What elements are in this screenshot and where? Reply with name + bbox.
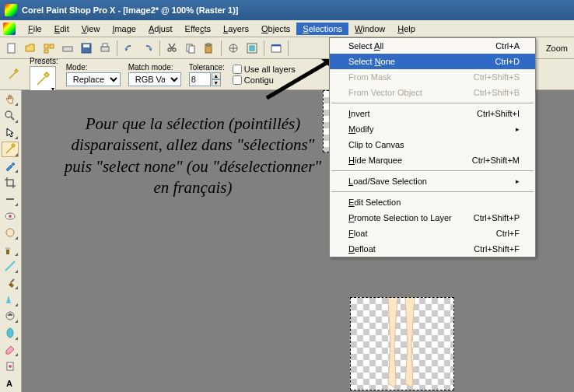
svg-point-22	[9, 215, 12, 218]
menu-item-load-save-selection[interactable]: Load/Save Selection▸	[330, 173, 535, 189]
menu-item-select-none[interactable]: Select NoneCtrl+D	[330, 54, 535, 69]
menu-item-modify[interactable]: Modify▸	[330, 121, 535, 137]
menubar: FileEditViewImageAdjustEffectsLayersObje…	[0, 20, 574, 37]
crop-tool[interactable]	[2, 175, 19, 190]
toolbar-separator	[117, 40, 117, 56]
tolerance-group: Tolerance: ▲ ▼	[189, 63, 225, 86]
app-logo-icon	[3, 23, 16, 35]
menu-objects[interactable]: Objects	[255, 23, 296, 35]
presets-label: Presets:	[30, 57, 58, 65]
menu-item-hide-marquee[interactable]: Hide MarqueeCtrl+Shift+M	[330, 152, 535, 168]
svg-rect-20	[6, 198, 14, 200]
svg-rect-2	[50, 44, 54, 48]
tolerance-input[interactable]	[189, 72, 211, 86]
tolerance-down-button[interactable]: ▼	[212, 79, 221, 86]
menu-item-promote-selection-to-layer[interactable]: Promote Selection to LayerCtrl+Shift+P	[330, 210, 535, 226]
menu-window[interactable]: Window	[348, 23, 391, 35]
titlebar-text: Corel Paint Shop Pro X - [Image2* @ 100%…	[22, 5, 238, 15]
menu-separator	[331, 170, 534, 171]
picture-tube-tool[interactable]	[2, 359, 19, 373]
straighten-tool[interactable]	[2, 192, 19, 207]
cut-button[interactable]	[163, 40, 180, 57]
open-file-button[interactable]	[22, 40, 39, 57]
tool-palette: A	[0, 90, 22, 392]
toolbar-separator	[221, 40, 222, 56]
enhance-button[interactable]	[225, 40, 242, 57]
scan-button[interactable]	[59, 40, 76, 57]
menu-layers[interactable]: Layers	[217, 23, 255, 35]
paintbrush-tool[interactable]	[2, 275, 19, 290]
clone-tool[interactable]	[2, 242, 19, 257]
svg-rect-7	[101, 47, 109, 51]
svg-rect-24	[6, 250, 9, 254]
undo-button[interactable]	[121, 40, 138, 57]
svg-text:A: A	[6, 379, 12, 388]
svg-point-29	[9, 365, 12, 368]
lighten-tool[interactable]	[2, 309, 19, 324]
menu-item-float[interactable]: FloatCtrl+F	[330, 226, 535, 241]
zoom-tool[interactable]	[2, 108, 19, 123]
svg-rect-12	[207, 44, 210, 46]
menu-item-from-mask: From MaskCtrl+Shift+S	[330, 69, 535, 85]
svg-rect-4	[63, 47, 72, 51]
titlebar: Corel Paint Shop Pro X - [Image2* @ 100%…	[0, 0, 574, 20]
menu-view[interactable]: View	[75, 23, 107, 35]
text-tool[interactable]: A	[2, 375, 19, 390]
menu-item-clip-to-canvas[interactable]: Clip to Canvas	[330, 137, 535, 152]
airbrush-tool[interactable]	[2, 292, 19, 306]
selections-menu-dropdown: Select AllCtrl+ASelect NoneCtrl+DFrom Ma…	[329, 37, 536, 257]
new-file-button[interactable]	[3, 40, 20, 57]
menu-image[interactable]: Image	[106, 23, 142, 35]
redo-button[interactable]	[139, 40, 156, 57]
resize-button[interactable]	[243, 40, 261, 57]
canvas-image-content	[380, 298, 427, 391]
match-mode-label: Match mode:	[128, 63, 181, 72]
copy-button[interactable]	[182, 40, 199, 57]
svg-rect-1	[44, 44, 48, 48]
paste-button[interactable]	[201, 40, 218, 57]
menu-item-from-vector-object: From Vector ObjectCtrl+Shift+B	[330, 85, 535, 100]
svg-rect-17	[271, 44, 281, 46]
match-mode-select[interactable]: RGB Value	[128, 72, 181, 86]
svg-line-19	[11, 117, 14, 120]
menu-edit[interactable]: Edit	[48, 23, 75, 35]
menu-effects[interactable]: Effects	[179, 23, 217, 35]
save-button[interactable]	[78, 40, 95, 57]
svg-point-18	[5, 111, 12, 117]
makeover-tool[interactable]	[2, 226, 19, 240]
eraser-tool[interactable]	[2, 342, 19, 357]
wand-preset-icon[interactable]	[5, 66, 22, 83]
selection-tool[interactable]	[2, 142, 19, 156]
pan-tool[interactable]	[2, 92, 19, 107]
svg-rect-25	[5, 247, 10, 250]
svg-rect-3	[44, 50, 48, 53]
menu-item-edit-selection[interactable]: Edit Selection	[330, 194, 535, 210]
menu-adjust[interactable]: Adjust	[142, 23, 179, 35]
tolerance-up-button[interactable]: ▲	[212, 72, 221, 79]
presets-group: Presets:	[30, 57, 58, 93]
match-mode-group: Match mode: RGB Value	[128, 63, 181, 86]
menu-separator	[331, 191, 534, 192]
menu-item-invert[interactable]: InvertCtrl+Shift+I	[330, 106, 535, 121]
warp-tool[interactable]	[2, 325, 19, 340]
scratch-tool[interactable]	[2, 258, 19, 273]
svg-rect-0	[8, 44, 15, 53]
mode-select[interactable]: Replace	[66, 72, 121, 86]
print-button[interactable]	[96, 40, 114, 57]
browse-button[interactable]	[40, 40, 58, 57]
presets-dropdown[interactable]	[30, 66, 56, 93]
menu-item-select-all[interactable]: Select AllCtrl+A	[330, 38, 535, 54]
annotation-text: Pour que la sélection (pointillés) dispa…	[61, 114, 325, 198]
svg-rect-15	[250, 46, 254, 51]
tolerance-label: Tolerance:	[189, 63, 225, 72]
dropper-tool[interactable]	[2, 159, 19, 173]
svg-rect-8	[103, 44, 107, 47]
redeye-tool[interactable]	[2, 208, 19, 223]
menu-file[interactable]: File	[22, 23, 48, 35]
menu-selections[interactable]: Selections	[296, 23, 348, 35]
pick-tool[interactable]	[2, 125, 19, 140]
toolbar-separator	[159, 40, 160, 56]
menu-help[interactable]: Help	[391, 23, 422, 35]
menu-item-defloat[interactable]: DefloatCtrl+Shift+F	[330, 241, 535, 257]
canvas-selection-bottom	[350, 297, 454, 390]
